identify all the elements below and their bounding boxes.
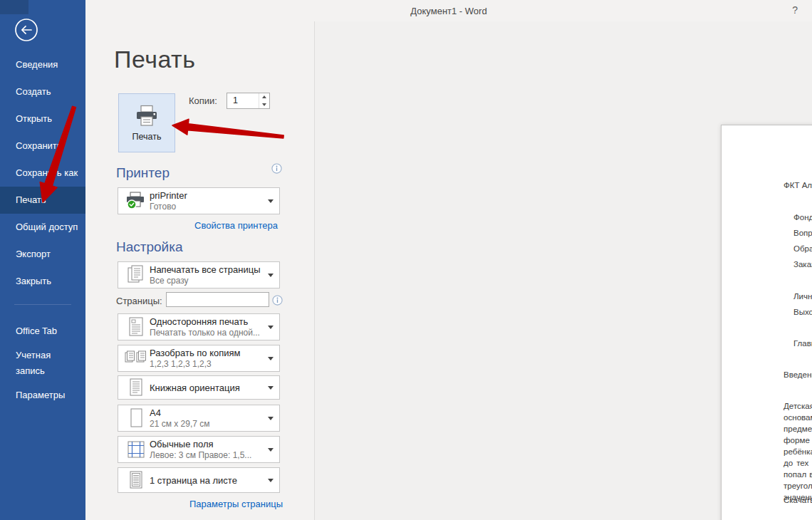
duplex-subtitle: Печатать только на одной... xyxy=(150,328,265,338)
page-setup-link[interactable]: Параметры страницы xyxy=(189,499,283,509)
margins-select[interactable]: Обычные поля Левое: 3 см Правое: 1,5... xyxy=(118,436,280,463)
orientation-title: Книжная ориентация xyxy=(150,383,265,393)
pages-per-sheet-title: 1 страница на листе xyxy=(150,475,265,486)
sidebar-menu: Сведения Создать Открыть Сохранить Сохра… xyxy=(0,51,85,409)
title-bar: Документ1 - Word ? xyxy=(85,0,812,21)
settings-section-heading: Настройка xyxy=(116,239,183,255)
printer-status: Готово xyxy=(150,202,265,212)
printer-properties-link[interactable]: Свойства принтера xyxy=(194,220,278,231)
sidebar-item-open[interactable]: Открыть xyxy=(0,105,85,132)
print-button-label: Печать xyxy=(132,132,162,142)
sidebar-item-new[interactable]: Создать xyxy=(0,78,85,105)
pages-label: Страницы: xyxy=(116,296,162,306)
help-icon[interactable]: ? xyxy=(792,4,798,16)
collation-select[interactable]: Разобрать по копиям 1,2,3 1,2,3 1,2,3 xyxy=(118,345,280,372)
one-sided-page-icon xyxy=(123,316,150,338)
doc-text-line: Личный кабинет xyxy=(793,292,812,301)
collation-subtitle: 1,2,3 1,2,3 1,2,3 xyxy=(150,359,265,369)
sidebar-item-office-tab[interactable]: Office Tab xyxy=(0,318,85,345)
sidebar-item-close[interactable]: Закрыть xyxy=(0,268,85,295)
doc-download-line: Скачать «Введение в аналитику» (формат .… xyxy=(784,496,812,504)
back-button[interactable] xyxy=(14,18,38,42)
print-range-select[interactable]: Напечатать все страницы Все сразу xyxy=(118,261,280,288)
sidebar-top-corner xyxy=(0,0,28,14)
page-title: Печать xyxy=(114,46,195,73)
chevron-down-icon xyxy=(268,417,274,420)
document-preview-page: ФКТ Алтай Фонд концептуальных технологий… xyxy=(721,125,812,520)
sidebar-item-account[interactable]: Учетная запись xyxy=(0,345,85,382)
copies-label: Копии: xyxy=(189,95,217,106)
printer-icon xyxy=(134,105,160,128)
printer-section-heading: Принтер xyxy=(116,165,170,181)
portrait-orientation-icon xyxy=(123,378,150,397)
copies-decrement-button[interactable] xyxy=(259,101,269,109)
printer-info-icon[interactable] xyxy=(271,163,282,174)
sidebar-item-share[interactable]: Общий доступ xyxy=(0,214,85,241)
chevron-down-icon xyxy=(268,274,274,277)
all-pages-icon xyxy=(123,264,150,286)
printer-select[interactable]: priPrinter Готово xyxy=(118,187,280,214)
print-range-title: Напечатать все страницы xyxy=(150,264,265,275)
pages-per-sheet-select[interactable]: 1 страница на листе xyxy=(118,467,280,493)
chevron-down-icon xyxy=(268,357,274,360)
chevron-down-icon xyxy=(268,199,274,203)
margins-icon xyxy=(123,440,150,459)
duplex-title: Односторонняя печать xyxy=(150,316,265,327)
sidebar-item-save[interactable]: Сохранить xyxy=(0,132,85,160)
paper-size-icon xyxy=(123,407,150,429)
sidebar-divider xyxy=(14,304,71,305)
doc-text-line: Введение в аналитику xyxy=(784,370,812,379)
copies-increment-button[interactable] xyxy=(259,93,269,101)
back-arrow-icon xyxy=(14,18,38,42)
chevron-down-icon xyxy=(268,326,274,329)
printer-name: priPrinter xyxy=(150,190,265,201)
margins-subtitle: Левое: 3 см Правое: 1,5... xyxy=(150,450,265,460)
paper-size-title: А4 xyxy=(150,407,265,418)
collation-title: Разобрать по копиям xyxy=(150,348,265,358)
print-preview-area: ФКТ Алтай Фонд концептуальных технологий… xyxy=(315,21,812,520)
collate-icon xyxy=(123,348,150,368)
margins-title: Обычные поля xyxy=(150,439,265,449)
pages-info-icon[interactable] xyxy=(272,295,283,306)
chevron-down-icon xyxy=(268,448,274,452)
doc-text-line: ФКТ Алтай xyxy=(784,181,812,189)
printer-ready-icon xyxy=(123,192,150,210)
chevron-down-icon xyxy=(268,386,274,390)
sidebar-item-print[interactable]: Печать xyxy=(0,187,85,214)
backstage-sidebar: Сведения Создать Открыть Сохранить Сохра… xyxy=(0,0,85,520)
paper-size-subtitle: 21 см x 29,7 см xyxy=(150,419,265,429)
chevron-down-icon xyxy=(268,479,274,482)
doc-text-line: Выход xyxy=(793,308,812,316)
sidebar-item-options[interactable]: Параметры xyxy=(0,382,85,409)
doc-text-line: Главная Аналитика Введение в аналитику xyxy=(793,339,812,348)
copies-value[interactable]: 1 xyxy=(227,93,259,108)
sidebar-item-info[interactable]: Сведения xyxy=(0,51,85,78)
doc-text-line: Заказать книгу xyxy=(793,260,812,269)
copies-stepper[interactable]: 1 xyxy=(227,93,270,109)
print-button[interactable]: Печать xyxy=(118,93,175,152)
doc-text-line: Вопрос — Ответ xyxy=(793,229,812,237)
doc-text-line: Фонд концептуальных технологий xyxy=(793,213,812,222)
pages-per-sheet-icon xyxy=(123,470,150,490)
pages-input[interactable] xyxy=(166,292,269,307)
spinner-down-icon xyxy=(262,103,266,106)
orientation-select[interactable]: Книжная ориентация xyxy=(118,375,280,400)
paper-size-select[interactable]: А4 21 см x 29,7 см xyxy=(118,405,280,432)
window-title: Документ1 - Word xyxy=(85,6,812,16)
spinner-up-icon xyxy=(262,95,266,98)
sidebar-item-save-as[interactable]: Сохранить как xyxy=(0,160,85,187)
doc-text-line: Обратная связь xyxy=(793,244,812,253)
sidebar-item-export[interactable]: Экспорт xyxy=(0,241,85,268)
duplex-select[interactable]: Односторонняя печать Печатать только на … xyxy=(118,313,280,340)
doc-paragraph: Детская игрушка — простое, но очень эффе… xyxy=(784,400,812,503)
print-range-subtitle: Все сразу xyxy=(150,276,265,286)
